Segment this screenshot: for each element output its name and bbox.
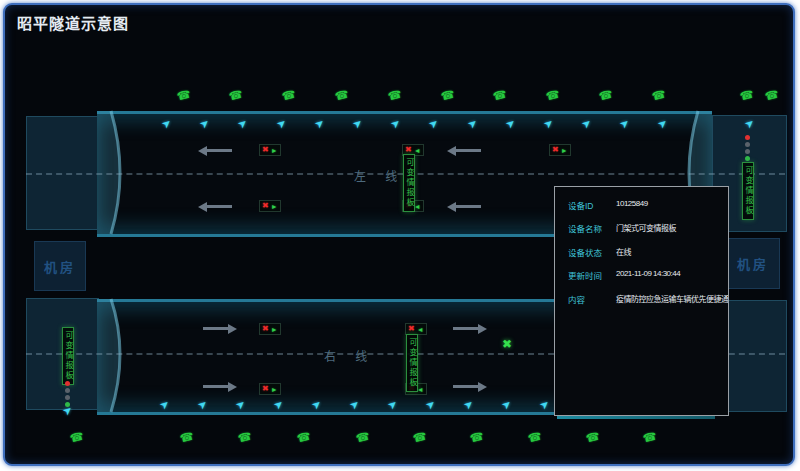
tunnel-monitor-window: 昭平隧道示意图 机房 机房 左 线 右 线 ☎☎☎☎☎☎☎☎☎☎☎☎☎☎☎☎☎☎… bbox=[3, 3, 795, 466]
lane-closed-x-icon: ✖ bbox=[262, 385, 269, 393]
cctv-camera-icon[interactable]: ➤ bbox=[158, 397, 172, 411]
tooltip-label: 内容 bbox=[568, 293, 616, 305]
lane-direction-arrow bbox=[206, 149, 232, 152]
signal-dot-icon bbox=[65, 388, 70, 393]
lane-closed-x-icon: ✖ bbox=[262, 146, 269, 154]
device-tooltip-panel: 设备ID 10125849 设备名称 门架式可变情报板 设备状态 在线 更新时间… bbox=[554, 186, 729, 416]
emergency-phone-icon[interactable]: ☎ bbox=[545, 89, 561, 103]
cctv-camera-icon[interactable]: ➤ bbox=[198, 116, 212, 130]
signal-dot-icon bbox=[745, 149, 750, 154]
signal-dot-icon bbox=[745, 135, 750, 140]
variable-message-sign[interactable]: 可变情报板 bbox=[62, 327, 74, 385]
signal-dot-icon bbox=[65, 402, 70, 407]
cctv-camera-icon[interactable]: ➤ bbox=[313, 116, 327, 130]
emergency-phone-icon[interactable]: ☎ bbox=[739, 89, 755, 103]
variable-message-sign[interactable]: 可变情报板 bbox=[403, 154, 415, 212]
lane-control-signal[interactable]: ✖► bbox=[259, 323, 281, 335]
lane-direction-arrow bbox=[206, 205, 232, 208]
page-title: 昭平隧道示意图 bbox=[17, 12, 129, 33]
variable-message-sign[interactable]: 可变情报板 bbox=[742, 162, 754, 220]
cctv-camera-icon[interactable]: ➤ bbox=[462, 397, 476, 411]
lane-control-signal[interactable]: ✖► bbox=[259, 200, 281, 212]
tooltip-label: 设备名称 bbox=[568, 222, 616, 234]
emergency-phone-icon[interactable]: ☎ bbox=[228, 89, 244, 103]
tooltip-value: 门架式可变情报板 bbox=[616, 222, 676, 234]
cctv-camera-icon[interactable]: ➤ bbox=[310, 397, 324, 411]
lane-direction-arrow bbox=[455, 149, 481, 152]
emergency-phone-icon[interactable]: ☎ bbox=[469, 431, 485, 445]
cctv-camera-icon[interactable]: ➤ bbox=[580, 116, 594, 130]
tooltip-row-device-id: 设备ID 10125849 bbox=[568, 199, 648, 211]
emergency-phone-icon[interactable]: ☎ bbox=[492, 89, 508, 103]
lane-open-arrow-icon: ► bbox=[561, 147, 568, 154]
lane-direction-arrow bbox=[455, 205, 481, 208]
cctv-camera-icon[interactable]: ➤ bbox=[272, 397, 286, 411]
lane-direction-arrow bbox=[203, 385, 229, 388]
cctv-camera-icon[interactable]: ➤ bbox=[424, 397, 438, 411]
tooltip-row-device-status: 设备状态 在线 bbox=[568, 246, 631, 258]
emergency-phone-icon[interactable]: ☎ bbox=[598, 89, 614, 103]
signal-dot-icon bbox=[65, 395, 70, 400]
cctv-camera-icon[interactable]: ➤ bbox=[618, 116, 632, 130]
emergency-phone-icon[interactable]: ☎ bbox=[585, 431, 601, 445]
lane-closed-x-icon: ✖ bbox=[262, 202, 269, 210]
emergency-phone-icon[interactable]: ☎ bbox=[296, 431, 312, 445]
lane-open-arrow-icon: ► bbox=[271, 326, 278, 333]
emergency-phone-icon[interactable]: ☎ bbox=[355, 431, 371, 445]
lane-control-signal[interactable]: ✖► bbox=[259, 144, 281, 156]
signal-dot-icon bbox=[745, 142, 750, 147]
tooltip-row-update-time: 更新时间 2021-11-09 14:30:44 bbox=[568, 269, 680, 281]
lane-open-arrow-icon: ► bbox=[271, 203, 278, 210]
cctv-camera-icon[interactable]: ➤ bbox=[386, 397, 400, 411]
lane-open-arrow-icon: ◄ bbox=[417, 326, 424, 333]
cctv-camera-icon[interactable]: ➤ bbox=[348, 397, 362, 411]
signal-dot-icon bbox=[65, 381, 70, 386]
cctv-camera-icon[interactable]: ➤ bbox=[275, 116, 289, 130]
emergency-phone-icon[interactable]: ☎ bbox=[440, 89, 456, 103]
tooltip-label: 设备ID bbox=[568, 199, 616, 211]
cctv-camera-icon[interactable]: ➤ bbox=[538, 397, 552, 411]
cctv-camera-icon[interactable]: ➤ bbox=[351, 116, 365, 130]
cctv-camera-icon[interactable]: ➤ bbox=[743, 116, 757, 130]
cctv-camera-icon[interactable]: ➤ bbox=[504, 116, 518, 130]
lane-open-arrow-icon: ► bbox=[271, 386, 278, 393]
emergency-phone-icon[interactable]: ☎ bbox=[764, 89, 780, 103]
jet-fan-icon[interactable]: ✖ bbox=[502, 338, 512, 350]
cctv-camera-icon[interactable]: ➤ bbox=[389, 116, 403, 130]
tooltip-value: 2021-11-09 14:30:44 bbox=[616, 269, 680, 281]
emergency-phone-icon[interactable]: ☎ bbox=[281, 89, 297, 103]
cctv-camera-icon[interactable]: ➤ bbox=[427, 116, 441, 130]
cctv-camera-icon[interactable]: ➤ bbox=[656, 116, 670, 130]
lane-open-arrow-icon: ◄ bbox=[414, 147, 421, 154]
cctv-camera-icon[interactable]: ➤ bbox=[466, 116, 480, 130]
cctv-camera-icon[interactable]: ➤ bbox=[234, 397, 248, 411]
tooltip-row-content: 内容 疫情防控应急运输车辆优先便捷通行！ bbox=[568, 293, 729, 305]
emergency-phone-icon[interactable]: ☎ bbox=[412, 431, 428, 445]
emergency-phone-icon[interactable]: ☎ bbox=[69, 431, 85, 445]
emergency-phone-icon[interactable]: ☎ bbox=[237, 431, 253, 445]
variable-message-sign[interactable]: 可变情报板 bbox=[406, 334, 418, 392]
cctv-camera-icon[interactable]: ➤ bbox=[160, 116, 174, 130]
cctv-camera-icon[interactable]: ➤ bbox=[236, 116, 250, 130]
lane-control-signal[interactable]: ✖► bbox=[549, 144, 571, 156]
lane-open-arrow-icon: ► bbox=[271, 147, 278, 154]
lane-closed-x-icon: ✖ bbox=[408, 325, 415, 333]
tooltip-label: 更新时间 bbox=[568, 269, 616, 281]
lane-direction-arrow bbox=[203, 327, 229, 330]
lane-control-signal[interactable]: ✖► bbox=[259, 383, 281, 395]
emergency-phone-icon[interactable]: ☎ bbox=[527, 431, 543, 445]
tooltip-value: 疫情防控应急运输车辆优先便捷通行！ bbox=[616, 293, 729, 305]
emergency-phone-icon[interactable]: ☎ bbox=[176, 89, 192, 103]
emergency-phone-icon[interactable]: ☎ bbox=[642, 431, 658, 445]
emergency-phone-icon[interactable]: ☎ bbox=[387, 89, 403, 103]
emergency-phone-icon[interactable]: ☎ bbox=[651, 89, 667, 103]
cctv-camera-icon[interactable]: ➤ bbox=[196, 397, 210, 411]
cctv-camera-icon[interactable]: ➤ bbox=[542, 116, 556, 130]
cctv-camera-icon[interactable]: ➤ bbox=[500, 397, 514, 411]
tooltip-value: 10125849 bbox=[616, 199, 648, 211]
emergency-phone-icon[interactable]: ☎ bbox=[334, 89, 350, 103]
emergency-phone-icon[interactable]: ☎ bbox=[179, 431, 195, 445]
tooltip-value: 在线 bbox=[616, 246, 631, 258]
lane-direction-arrow bbox=[453, 385, 479, 388]
lane-closed-x-icon: ✖ bbox=[262, 325, 269, 333]
